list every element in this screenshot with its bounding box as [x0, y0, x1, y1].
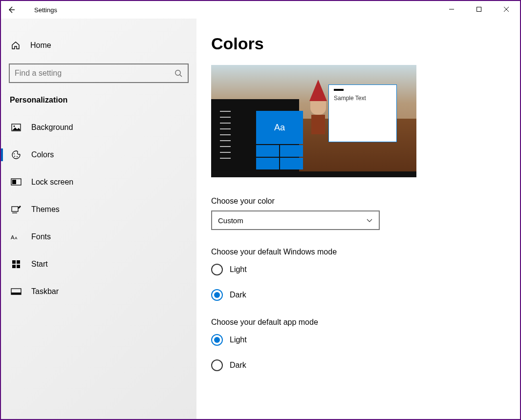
sidebar-item-taskbar[interactable]: Taskbar	[1, 279, 196, 304]
sidebar-item-label: Start	[31, 260, 48, 269]
radio-icon	[211, 334, 223, 346]
choose-color-dropdown[interactable]: Custom	[211, 210, 380, 230]
windows-mode-label: Choose your default Windows mode	[211, 248, 500, 256]
svg-text:A: A	[11, 234, 15, 240]
radio-icon	[211, 359, 223, 371]
preview-sample-accent	[334, 89, 344, 91]
sidebar-item-colors[interactable]: Colors	[1, 143, 196, 167]
preview-gnome	[306, 80, 330, 131]
page-title: Colors	[211, 34, 500, 53]
window-controls	[438, 1, 520, 18]
search-box[interactable]	[9, 63, 189, 83]
sidebar: Home Personalization Background	[1, 19, 196, 419]
radio-icon	[211, 264, 223, 275]
app-mode-light[interactable]: Light	[211, 332, 500, 348]
palette-icon	[11, 150, 22, 160]
window-title: Settings	[34, 6, 57, 14]
app-mode-dark[interactable]: Dark	[211, 357, 500, 374]
titlebar: Settings	[1, 1, 520, 19]
close-icon	[503, 6, 509, 12]
settings-window: Settings Home	[0, 0, 521, 420]
radio-label: Dark	[230, 361, 246, 370]
section-title: Personalization	[1, 90, 196, 109]
sidebar-item-start[interactable]: Start	[1, 252, 196, 276]
preview-tiles: Aa	[256, 111, 303, 170]
svg-rect-1	[477, 7, 481, 12]
back-button[interactable]	[3, 1, 20, 18]
windows-mode-light[interactable]: Light	[211, 261, 500, 278]
preview-taskbar	[211, 171, 416, 177]
app-mode-group: Light Dark	[211, 332, 500, 374]
app-mode-label: Choose your default app mode	[211, 318, 500, 327]
svg-rect-19	[17, 265, 20, 268]
sidebar-item-label: Fonts	[31, 232, 51, 241]
svg-rect-16	[12, 260, 16, 264]
radio-label: Dark	[230, 291, 246, 299]
preview-menu-lines	[220, 111, 231, 164]
windows-mode-dark[interactable]: Dark	[211, 287, 500, 303]
close-button[interactable]	[493, 1, 520, 18]
search-icon	[174, 69, 183, 78]
svg-point-9	[14, 156, 15, 157]
chevron-down-icon	[366, 217, 373, 224]
radio-label: Light	[230, 265, 247, 274]
sidebar-item-themes[interactable]: Themes	[1, 197, 196, 222]
svg-rect-21	[11, 293, 21, 294]
sidebar-item-label: Lock screen	[31, 178, 73, 187]
radio-icon	[211, 289, 223, 301]
nav-list: Background Colors Lock screen	[1, 112, 196, 307]
sidebar-item-fonts[interactable]: AA Fonts	[1, 225, 196, 249]
lockscreen-icon	[11, 178, 22, 186]
preview-tile-large: Aa	[256, 111, 303, 144]
back-arrow-icon	[7, 5, 16, 14]
svg-point-8	[14, 153, 15, 154]
search-container	[9, 63, 189, 83]
sidebar-item-label: Colors	[31, 150, 54, 159]
minimize-button[interactable]	[438, 1, 465, 18]
body: Home Personalization Background	[1, 19, 520, 419]
home-icon	[11, 41, 22, 50]
sidebar-item-label: Themes	[31, 205, 60, 214]
maximize-button[interactable]	[465, 1, 493, 18]
windows-mode-group: Light Dark	[211, 261, 500, 303]
start-icon	[11, 260, 22, 269]
sidebar-item-background[interactable]: Background	[1, 115, 196, 140]
search-input[interactable]	[15, 69, 174, 78]
home-button[interactable]: Home	[1, 33, 196, 58]
image-icon	[11, 124, 22, 131]
sidebar-item-label: Taskbar	[31, 287, 59, 296]
taskbar-icon	[11, 288, 22, 295]
svg-rect-18	[12, 265, 16, 268]
choose-color-label: Choose your color	[211, 197, 500, 206]
fonts-icon: AA	[11, 232, 22, 241]
svg-rect-13	[12, 207, 18, 211]
maximize-icon	[476, 6, 482, 12]
minimize-icon	[449, 6, 455, 12]
themes-icon	[11, 205, 22, 214]
svg-point-10	[17, 156, 18, 157]
home-label: Home	[30, 41, 51, 50]
preview-sample-text: Sample Text	[334, 95, 391, 102]
sidebar-item-lockscreen[interactable]: Lock screen	[1, 170, 196, 194]
sidebar-item-label: Background	[31, 123, 73, 132]
radio-label: Light	[230, 336, 247, 344]
main-content: Colors Aa Sample Text	[196, 19, 520, 419]
svg-rect-12	[12, 180, 16, 184]
dropdown-selected: Custom	[218, 216, 243, 225]
svg-point-7	[14, 126, 15, 127]
svg-text:A: A	[15, 236, 18, 240]
svg-point-4	[175, 70, 180, 75]
preview-sample-card: Sample Text	[328, 84, 397, 142]
svg-rect-17	[17, 260, 20, 264]
svg-line-5	[180, 75, 182, 77]
theme-preview: Aa Sample Text	[211, 65, 416, 177]
